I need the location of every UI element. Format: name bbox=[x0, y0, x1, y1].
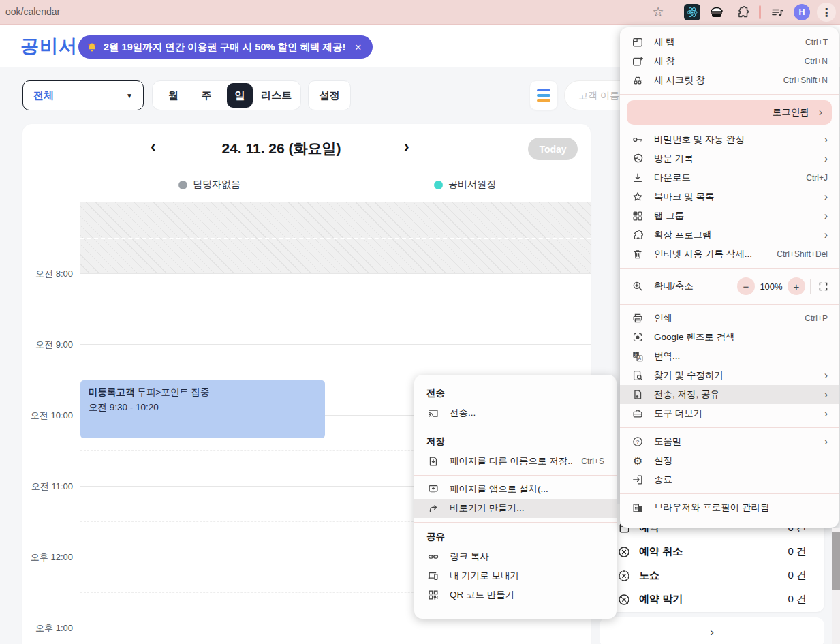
menu-item-history[interactable]: 방문 기록 › bbox=[620, 149, 839, 168]
menu-item-install-app[interactable]: 페이지를 앱으로 설치(... bbox=[414, 480, 617, 499]
view-tab-list[interactable]: 리스트 bbox=[257, 83, 296, 108]
menu-item-send-save-share[interactable]: 전송, 저장, 공유 › bbox=[620, 385, 839, 404]
menu-item-passwords[interactable]: 비밀번호 및 자동 완성 › bbox=[620, 130, 839, 149]
submenu-arrow-icon: › bbox=[824, 230, 828, 241]
submenu-arrow-icon: › bbox=[824, 436, 828, 447]
new-tab-icon bbox=[631, 35, 644, 49]
download-icon bbox=[631, 171, 644, 185]
menu-item-new-incognito[interactable]: 새 시크릿 창 Ctrl+Shift+N bbox=[620, 71, 839, 90]
menu-item-print[interactable]: 인쇄 Ctrl+P bbox=[620, 309, 839, 328]
menu-item-new-tab[interactable]: 새 탭 Ctrl+T bbox=[620, 33, 839, 52]
menu-item-settings[interactable]: ⚙ 설정 bbox=[620, 451, 839, 470]
toolbar-divider bbox=[759, 5, 761, 19]
submenu-arrow-icon: › bbox=[819, 107, 822, 118]
bookmark-star-icon[interactable]: ☆ bbox=[650, 3, 666, 20]
hamburger-bar bbox=[537, 99, 550, 102]
shortcut-arrow-icon bbox=[426, 502, 440, 515]
today-button[interactable]: Today bbox=[528, 138, 578, 160]
time-label: 오전 8:00 bbox=[22, 268, 73, 280]
submenu-header-save: 저장 bbox=[414, 431, 617, 452]
hour-line bbox=[80, 273, 591, 274]
page-scrollbar[interactable] bbox=[832, 528, 840, 644]
menu-item-managed-browser[interactable]: 브라우저와 프로필이 관리됨 bbox=[620, 498, 839, 517]
banner-close-icon[interactable]: ✕ bbox=[354, 42, 362, 52]
zoom-level: 100% bbox=[755, 281, 788, 292]
qr-code-icon bbox=[426, 588, 440, 602]
promo-banner-text: 2월 19일까지 연간 이용권 구매 시 50% 할인 혜택 제공! bbox=[104, 41, 345, 54]
menu-item-create-shortcut[interactable]: 바로가기 만들기... bbox=[414, 499, 617, 518]
address-bar-url[interactable]: ook/calendar bbox=[5, 6, 60, 17]
menu-divider bbox=[414, 475, 617, 476]
view-tab-day[interactable]: 일 bbox=[227, 83, 252, 108]
staff-column-divider bbox=[335, 202, 335, 644]
zoom-out-button[interactable]: − bbox=[737, 277, 755, 295]
noshow-circle-icon bbox=[617, 569, 631, 583]
playlist-music-icon[interactable] bbox=[769, 5, 785, 21]
toolbox-icon bbox=[631, 407, 644, 420]
profile-avatar[interactable]: H bbox=[794, 4, 810, 20]
scrollbar-thumb[interactable] bbox=[832, 532, 840, 590]
unavailable-time-block bbox=[80, 202, 591, 273]
time-label: 오전 10:00 bbox=[22, 410, 73, 422]
menu-item-tab-groups[interactable]: 탭 그룹 › bbox=[620, 206, 839, 226]
menu-item-help[interactable]: ? 도움말 › bbox=[620, 432, 839, 451]
react-extension-icon[interactable] bbox=[684, 4, 700, 20]
history-icon bbox=[631, 152, 644, 166]
extensions-puzzle-icon[interactable] bbox=[734, 4, 751, 20]
time-label: 오후 12:00 bbox=[22, 551, 73, 564]
calendar-settings-button[interactable]: 설정 bbox=[308, 80, 351, 110]
menu-item-google-lens[interactable]: Google 렌즈로 검색 bbox=[620, 328, 839, 347]
chevron-right-icon: › bbox=[710, 626, 714, 639]
menu-item-new-window[interactable]: 새 창 Ctrl+N bbox=[620, 52, 839, 71]
burger-extension-icon[interactable] bbox=[709, 4, 725, 20]
stats-expand-button[interactable]: › bbox=[600, 617, 824, 644]
menu-item-cast[interactable]: 전송... bbox=[414, 403, 617, 423]
menu-item-downloads[interactable]: 다운로드 Ctrl+J bbox=[620, 168, 839, 187]
menu-item-bookmarks[interactable]: 북마크 및 목록 › bbox=[620, 187, 839, 206]
extensions-icon bbox=[631, 228, 644, 242]
view-toggle-group: 월 주 일 리스트 bbox=[152, 80, 301, 110]
menu-item-more-tools[interactable]: 도구 더보기 › bbox=[620, 404, 839, 423]
organization-icon bbox=[631, 501, 644, 515]
stat-row-cancel: 예약 취소 0 건 bbox=[600, 540, 824, 564]
menu-item-clear-browsing-data[interactable]: 인터넷 사용 기록 삭제... Ctrl+Shift+Del bbox=[620, 245, 839, 264]
view-tab-month[interactable]: 월 bbox=[157, 83, 190, 108]
zoom-in-button[interactable]: + bbox=[788, 277, 805, 295]
send-to-devices-icon bbox=[426, 569, 440, 583]
menu-divider bbox=[620, 427, 839, 428]
staff-filter-dropdown[interactable]: 전체 ▼ bbox=[22, 80, 144, 110]
next-day-icon[interactable]: › bbox=[404, 138, 409, 156]
submenu-header-share: 공유 bbox=[414, 527, 617, 547]
legend-dot-gray bbox=[178, 181, 187, 189]
menu-item-signed-in[interactable]: 로그인됨 › bbox=[627, 100, 832, 125]
browser-main-menu: 새 탭 Ctrl+T 새 창 Ctrl+N 새 시크릿 창 Ctrl+Shift… bbox=[620, 27, 839, 528]
stat-row-noshow: 노쇼 0 건 bbox=[600, 564, 824, 587]
menu-item-extensions[interactable]: 확장 프로그램 › bbox=[620, 226, 839, 245]
app-logo[interactable]: 공비서 bbox=[20, 34, 78, 59]
kebab-menu-icon[interactable]: ⋮ bbox=[817, 3, 836, 22]
hour-line bbox=[80, 628, 591, 628]
menu-item-send-to-devices[interactable]: 내 기기로 보내기 bbox=[414, 566, 617, 585]
menu-item-find-and-edit[interactable]: 찾기 및 수정하기 › bbox=[620, 366, 839, 385]
list-menu-button[interactable] bbox=[529, 80, 558, 110]
bell-icon bbox=[87, 42, 97, 52]
menu-item-create-qr[interactable]: QR 코드 만들기 bbox=[414, 585, 617, 604]
legend-unassigned: 담당자없음 bbox=[178, 179, 240, 191]
promo-banner: 2월 19일까지 연간 이용권 구매 시 50% 할인 혜택 제공! ✕ bbox=[78, 35, 373, 59]
block-circle-icon bbox=[617, 593, 631, 607]
menu-item-translate[interactable]: 文A 번역... bbox=[620, 347, 839, 366]
magnifier-icon bbox=[631, 279, 644, 293]
calendar-date-title: 24. 11. 26 (화요일) bbox=[179, 139, 384, 158]
find-icon bbox=[631, 369, 644, 382]
appointment-event[interactable]: 미등록고객 두피>포인트 집중 오전 9:30 - 10:20 bbox=[80, 380, 325, 438]
legend-dot-teal bbox=[434, 181, 443, 189]
menu-item-exit[interactable]: 종료 bbox=[620, 470, 839, 489]
lens-icon bbox=[631, 331, 644, 344]
prev-day-icon[interactable]: ‹ bbox=[151, 138, 156, 156]
fullscreen-icon[interactable] bbox=[815, 279, 830, 294]
view-tab-week[interactable]: 주 bbox=[190, 83, 223, 108]
menu-item-copy-link[interactable]: 링크 복사 bbox=[414, 547, 617, 566]
save-page-icon bbox=[426, 455, 440, 468]
svg-text:?: ? bbox=[636, 439, 640, 445]
menu-item-save-page-as[interactable]: 페이지를 다른 이름으로 저장... Ctrl+S bbox=[414, 452, 617, 471]
